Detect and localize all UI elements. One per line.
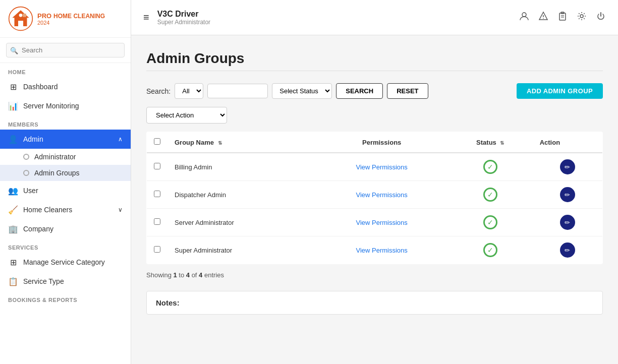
col-action: Action [533, 132, 603, 153]
circle-icon [23, 170, 29, 176]
reset-button[interactable]: RESET [387, 83, 428, 99]
header-left: ≡ V3C Driver Super Administrator [143, 10, 210, 26]
page-content: Admin Groups Search: All Select Status A… [131, 35, 618, 364]
row-action: ✏ [533, 153, 603, 181]
select-all-checkbox[interactable] [154, 138, 160, 145]
sidebar-item-home-cleaners[interactable]: 🧹 Home Cleaners ∨ [0, 200, 131, 219]
row-status: ✓ [448, 153, 533, 181]
search-text-input[interactable] [207, 84, 268, 98]
view-permissions-link[interactable]: View Permissions [356, 163, 407, 171]
search-icon: 🔍 [10, 46, 18, 54]
row-checkbox [147, 181, 168, 209]
sidebar-item-dashboard[interactable]: ⊞ Dashboard [0, 77, 131, 96]
view-permissions-link[interactable]: View Permissions [356, 219, 407, 226]
svg-point-8 [543, 18, 544, 19]
row-permissions: View Permissions [315, 209, 447, 236]
search-input[interactable] [6, 43, 125, 57]
user-icon[interactable] [519, 11, 529, 24]
grid-icon: ⊞ [8, 257, 18, 267]
notes-section: Notes: [146, 291, 603, 315]
sidebar: PRO HOME CLEANING 2024 🔍 HOME ⊞ Dashboar… [0, 0, 131, 364]
sidebar-item-label: Home Cleaners [23, 206, 118, 214]
row-checkbox [147, 209, 168, 236]
clipboard-icon[interactable] [557, 11, 568, 24]
status-select[interactable]: Select Status Active Inactive [272, 83, 332, 99]
row-checkbox [147, 153, 168, 181]
search-bar-row: Search: All Select Status Active Inactiv… [146, 83, 603, 99]
admin-icon: 👤 [8, 134, 18, 144]
row-status: ✓ [448, 209, 533, 236]
view-permissions-link[interactable]: View Permissions [356, 247, 407, 254]
sub-item-label: Administrator [34, 153, 76, 161]
edit-button[interactable]: ✏ [560, 242, 575, 258]
header-title: V3C Driver [157, 10, 210, 19]
power-icon[interactable] [596, 11, 606, 24]
alert-icon[interactable] [538, 11, 548, 24]
row-group-name: Super Administrator [167, 236, 315, 264]
sidebar-item-administrator[interactable]: Administrator [0, 149, 131, 165]
svg-point-13 [580, 15, 583, 18]
header-subtitle: Super Administrator [157, 19, 210, 26]
row-permissions: View Permissions [315, 153, 447, 181]
sidebar-item-admin[interactable]: 👤 Admin ∧ [0, 130, 131, 149]
row-checkbox [147, 236, 168, 264]
top-header: ≡ V3C Driver Super Administrator [131, 0, 618, 35]
chevron-down-icon: ∨ [118, 206, 123, 213]
edit-button[interactable]: ✏ [560, 159, 575, 174]
row-checkbox-input[interactable] [154, 246, 160, 253]
edit-button[interactable]: ✏ [560, 187, 575, 202]
row-checkbox-input[interactable] [154, 191, 160, 197]
row-checkbox-input[interactable] [154, 218, 160, 225]
admin-groups-table: Group Name ⇅ Permissions Status ⇅ Action… [146, 132, 603, 264]
gear-icon[interactable] [577, 11, 587, 24]
search-button[interactable]: SEARCH [336, 83, 383, 99]
section-label-home: HOME [0, 63, 131, 77]
row-action: ✏ [533, 236, 603, 264]
edit-button[interactable]: ✏ [560, 215, 575, 230]
table-row: Billing Admin View Permissions ✓ ✏ [147, 153, 603, 181]
users-icon: 👥 [8, 186, 18, 196]
status-badge: ✓ [483, 187, 498, 202]
sidebar-item-label: Manage Service Category [23, 258, 123, 266]
check-circle-icon: ✓ [483, 160, 497, 174]
dashboard-icon: ⊞ [8, 82, 18, 92]
col-group-name: Group Name ⇅ [167, 132, 315, 153]
logo-image [8, 6, 33, 31]
sidebar-item-user[interactable]: 👥 User [0, 181, 131, 200]
showing-total: 4 [199, 271, 202, 279]
svg-point-5 [522, 13, 526, 17]
sidebar-item-admin-groups[interactable]: Admin Groups [0, 165, 131, 181]
sidebar-item-label: Dashboard [23, 83, 123, 91]
status-badge: ✓ [483, 215, 498, 230]
sort-icon: ⇅ [500, 140, 504, 146]
svg-rect-9 [559, 13, 566, 20]
svg-point-4 [19, 14, 23, 17]
filter-select[interactable]: All [175, 83, 203, 99]
view-permissions-link[interactable]: View Permissions [356, 191, 407, 199]
status-badge: ✓ [483, 242, 498, 258]
sidebar-item-manage-service-category[interactable]: ⊞ Manage Service Category [0, 253, 131, 272]
header-icons [519, 11, 606, 24]
sidebar-item-company[interactable]: 🏢 Company [0, 219, 131, 238]
table-row: Super Administrator View Permissions ✓ ✏ [147, 236, 603, 264]
section-label-bookings: BOOKINGS & REPORTS [0, 291, 131, 305]
svg-rect-2 [18, 21, 23, 26]
sidebar-item-label: Company [23, 225, 123, 233]
row-action: ✏ [533, 209, 603, 236]
action-select[interactable]: Select Action Delete Selected [146, 107, 227, 124]
check-circle-icon: ✓ [483, 188, 497, 202]
table-header-row: Group Name ⇅ Permissions Status ⇅ Action [147, 132, 603, 153]
sidebar-item-service-type[interactable]: 📋 Service Type [0, 272, 131, 291]
sidebar-item-server-monitoring[interactable]: 📊 Server Monitoring [0, 96, 131, 115]
table-row: Dispatcher Admin View Permissions ✓ ✏ [147, 181, 603, 209]
sidebar-item-label: Service Type [23, 277, 123, 285]
section-label-members: MEMBERS [0, 115, 131, 130]
sidebar-item-label: User [23, 187, 123, 195]
cleaner-icon: 🧹 [8, 205, 18, 215]
add-admin-group-button[interactable]: ADD ADMIN GROUP [517, 83, 603, 99]
hamburger-icon[interactable]: ≡ [143, 12, 149, 23]
building-icon: 🏢 [8, 224, 18, 234]
sidebar-item-label: Server Monitoring [23, 102, 123, 110]
logo-area: PRO HOME CLEANING 2024 [0, 0, 131, 38]
row-checkbox-input[interactable] [154, 163, 160, 169]
